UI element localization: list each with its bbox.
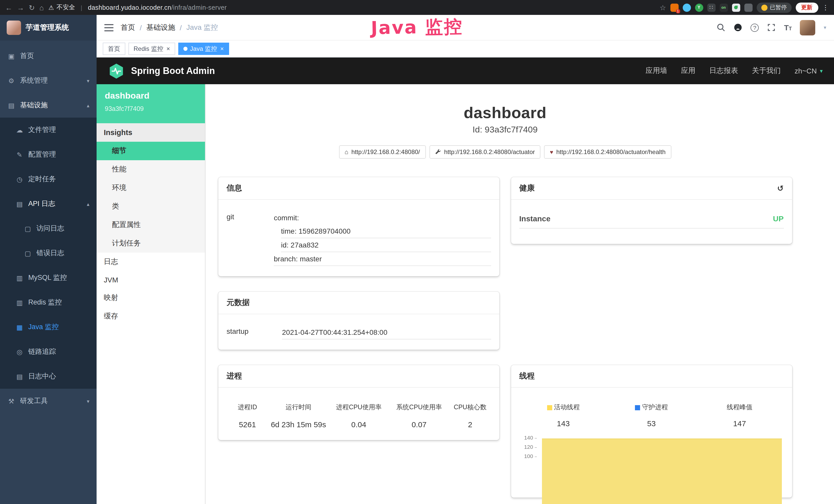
info-branch: branch: master <box>274 252 491 266</box>
sidebar-item-log-center[interactable]: ▤ 日志中心 <box>0 364 96 389</box>
home-icon[interactable]: ⌂ <box>39 4 44 11</box>
github-icon[interactable] <box>733 23 742 32</box>
table-row: git commit: time: 1596289704000 id: 27aa… <box>226 204 491 268</box>
instance-name: dashboard <box>105 91 197 101</box>
sidebar-item-scheduled-tasks[interactable]: 计划任务 <box>96 234 205 253</box>
instance-id: 93a3fc7f7409 <box>105 105 197 112</box>
fullscreen-icon[interactable] <box>767 23 776 32</box>
home-icon: ⌂ <box>345 148 349 156</box>
nav-journal[interactable]: 日志报表 <box>709 66 738 75</box>
extension-icon[interactable]: Y <box>695 3 703 12</box>
app-sidebar: 芋道管理系统 ▣ 首页 ⚙ 系统管理 ▾ ▤ 基础设施 ▴ <box>0 15 96 504</box>
chart-legend: 活动线程 143 守护进程 53 线程峰值 <box>519 403 784 428</box>
document-icon: ▢ <box>24 249 32 257</box>
legend-swatch <box>635 405 640 410</box>
help-icon[interactable]: ? <box>750 23 759 31</box>
nav-applications[interactable]: 应用 <box>681 66 696 75</box>
sidebar-item-logfile[interactable]: 日志 <box>96 253 205 271</box>
history-icon[interactable]: ↺ <box>777 184 784 193</box>
extension-icon[interactable]: on <box>720 3 728 12</box>
table-header-cell: 运行时间 <box>268 403 329 412</box>
wrench-icon <box>435 149 441 155</box>
search-icon[interactable] <box>717 23 725 32</box>
service-url-link[interactable]: ⌂http://192.168.0.2:48080/ <box>339 145 425 159</box>
security-chip[interactable]: ⚠ 不安全 <box>48 3 75 12</box>
instance-header[interactable]: dashboard 93a3fc7f7409 <box>96 84 205 123</box>
actuator-url-link[interactable]: http://192.168.0.2:48080/actuator <box>429 145 541 159</box>
sidebar-item-classes[interactable]: 类 <box>96 197 205 216</box>
top-level-menu: 日志 JVM 映射 缓存 <box>96 253 205 325</box>
extension-on-label: on <box>721 6 726 9</box>
close-icon[interactable]: × <box>167 46 170 52</box>
sidebar-item-jvm[interactable]: JVM <box>96 271 205 289</box>
update-button[interactable]: 更新 <box>795 2 818 13</box>
nav-wallboard[interactable]: 应用墙 <box>646 66 667 75</box>
breadcrumb-section[interactable]: 基础设施 <box>147 23 175 32</box>
warning-icon: ⚠ <box>48 4 54 11</box>
sidebar-item-file-management[interactable]: ☁ 文件管理 <box>0 118 96 142</box>
instance-sidebar: dashboard 93a3fc7f7409 Insights 细节 性能 环境… <box>96 84 205 504</box>
sidebar-item-redis-monitor[interactable]: ▥ Redis 监控 <box>0 290 96 315</box>
extension-icon[interactable] <box>744 3 752 12</box>
sidebar-item-configprops[interactable]: 配置属性 <box>96 216 205 234</box>
sidebar-item-mappings[interactable]: 映射 <box>96 289 205 307</box>
table-value-cell: 6d 23h 15m 59s <box>268 420 329 429</box>
sidebar-item-infrastructure[interactable]: ▤ 基础设施 ▴ <box>0 93 96 118</box>
health-url-link[interactable]: ♥http://192.168.0.2:48080/actuator/healt… <box>544 145 672 159</box>
extension-icon[interactable] <box>732 3 740 12</box>
close-icon[interactable]: × <box>220 46 224 52</box>
chevron-down-icon[interactable]: ▾ <box>824 25 826 30</box>
sidebar-collapse-icon[interactable] <box>104 24 113 31</box>
y-axis-tick: 100 <box>519 453 537 459</box>
y-axis-tick: 120 <box>519 444 537 450</box>
reload-icon[interactable]: ↻ <box>29 4 35 11</box>
sidebar-item-java-monitor[interactable]: ▦ Java 监控 <box>0 315 96 339</box>
sidebar-item-metrics[interactable]: 性能 <box>96 160 205 179</box>
insights-menu: 细节 性能 环境 类 配置属性 计划任务 <box>96 142 205 253</box>
tab-java-monitor[interactable]: Java 监控× <box>178 43 229 55</box>
sidebar-item-scheduled-jobs[interactable]: ◷ 定时任务 <box>0 167 96 191</box>
sba-brand-title[interactable]: Spring Boot Admin <box>131 66 215 76</box>
sidebar-item-home[interactable]: ▣ 首页 <box>0 44 96 68</box>
info-card: 信息 git commit: time: 1596289704000 id: 2… <box>218 177 499 276</box>
extension-icon[interactable] <box>682 3 691 12</box>
breadcrumb-separator: / <box>140 23 142 31</box>
sidebar-item-details[interactable]: 细节 <box>96 142 205 160</box>
font-size-icon[interactable]: TT <box>784 23 792 32</box>
sidebar-item-config-management[interactable]: ✎ 配置管理 <box>0 142 96 167</box>
document-icon: ▤ <box>16 200 24 208</box>
extension-icon[interactable]: 1 <box>670 3 678 12</box>
tools-icon: ⚒ <box>7 397 16 405</box>
forward-icon[interactable]: → <box>17 4 24 11</box>
nav-about[interactable]: 关于我们 <box>752 66 781 75</box>
avatar[interactable] <box>800 20 815 35</box>
paused-label: 已暂停 <box>770 4 787 11</box>
breadcrumb-home[interactable]: 首页 <box>121 23 135 32</box>
info-commit-label: commit: <box>274 211 491 224</box>
gear-icon: ⚙ <box>7 77 16 85</box>
url-bar[interactable]: dashboard.yudao.iocoder.cn/infra/admin-s… <box>88 4 227 11</box>
table-value-cell: 2 <box>449 420 491 429</box>
app-brand[interactable]: 芋道管理系统 <box>0 15 96 41</box>
sidebar-item-mysql-monitor[interactable]: ▥ MySQL 监控 <box>0 266 96 290</box>
sidebar-item-access-logs[interactable]: ▢ 访问日志 <box>0 216 96 241</box>
sidebar-item-environment[interactable]: 环境 <box>96 179 205 197</box>
sidebar-item-system[interactable]: ⚙ 系统管理 ▾ <box>0 68 96 93</box>
sidebar-item-caches[interactable]: 缓存 <box>96 307 205 325</box>
database-icon: ▥ <box>16 274 24 282</box>
browser-toolbar: ← → ↻ ⌂ ⚠ 不安全 | dashboard.yudao.iocoder.… <box>0 0 834 15</box>
tab-home[interactable]: 首页 <box>103 43 125 55</box>
bookmark-star-icon[interactable]: ☆ <box>660 4 666 11</box>
extensions-puzzle-icon[interactable]: ∷ <box>707 3 715 12</box>
tab-redis-monitor[interactable]: Redis 监控× <box>128 43 175 55</box>
menu-dots-icon[interactable]: ⋮ <box>822 4 829 11</box>
sidebar-item-api-logs[interactable]: ▤ API 日志 ▴ <box>0 191 96 216</box>
language-select[interactable]: zh~CN▾ <box>795 67 823 75</box>
sidebar-item-tracing[interactable]: ◎ 链路追踪 <box>0 339 96 364</box>
back-icon[interactable]: ← <box>5 4 12 11</box>
card-title: 健康 <box>519 183 535 193</box>
sidebar-item-devtools[interactable]: ⚒ 研发工具 ▾ <box>0 389 96 413</box>
smiley-icon <box>761 4 767 10</box>
profile-paused-badge[interactable]: 已暂停 <box>756 2 791 13</box>
sidebar-item-error-logs[interactable]: ▢ 错误日志 <box>0 241 96 266</box>
